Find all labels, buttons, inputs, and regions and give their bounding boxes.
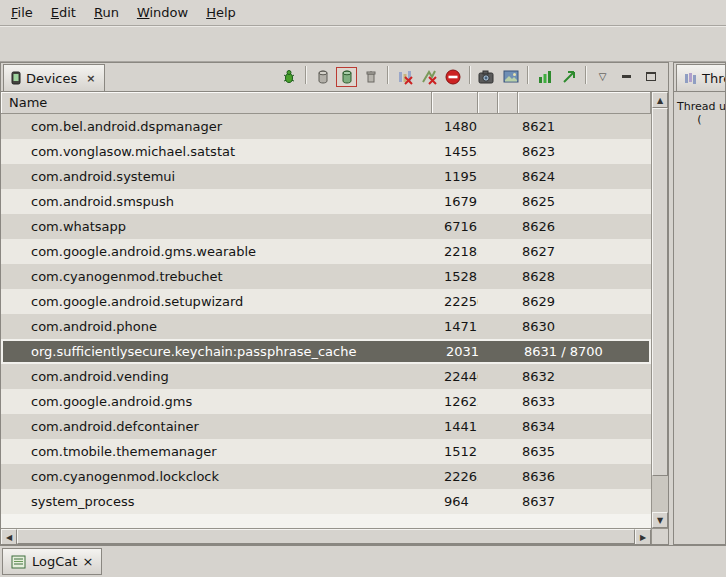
process-name: com.android.smspush <box>1 189 432 214</box>
tab-devices[interactable]: Devices × <box>3 64 105 91</box>
table-row[interactable]: com.vonglasow.michael.satstat 14553 8623 <box>1 139 651 164</box>
tab-threads[interactable]: Threads <box>676 64 726 91</box>
process-port: 8625 <box>518 189 651 214</box>
tab-logcat-label: LogCat <box>32 554 77 569</box>
process-pid: 6716 <box>432 214 478 239</box>
tab-devices-label: Devices <box>26 71 77 86</box>
process-name: com.google.android.setupwizard <box>1 289 432 314</box>
threads-icon <box>684 72 697 85</box>
process-port: 8634 <box>518 414 651 439</box>
main-toolbar <box>0 26 726 62</box>
view-menu-icon[interactable]: ▽ <box>592 67 613 87</box>
process-port: 8635 <box>518 439 651 464</box>
screen-record-icon[interactable] <box>500 67 521 87</box>
process-pid: 22265 <box>432 464 478 489</box>
column-header-pid[interactable] <box>432 92 478 113</box>
process-name: com.tmobile.thememanager <box>1 439 432 464</box>
update-heap-icon[interactable] <box>312 67 333 87</box>
column-header-3[interactable] <box>478 92 498 113</box>
close-icon[interactable]: × <box>82 554 93 569</box>
process-name: system_process <box>1 489 432 514</box>
menu-file[interactable]: File <box>2 0 42 25</box>
device-icon <box>11 71 21 85</box>
process-name: com.android.systemui <box>1 164 432 189</box>
table-row[interactable]: com.google.android.gms 12623 8633 <box>1 389 651 414</box>
horizontal-scroll-thumb[interactable] <box>17 529 635 544</box>
process-port: 8623 <box>518 139 651 164</box>
stop-process-icon[interactable] <box>442 67 463 87</box>
menu-help[interactable]: Help <box>197 0 245 25</box>
screen-capture-icon[interactable] <box>476 67 497 87</box>
process-pid: 1528 <box>432 264 478 289</box>
minimize-icon[interactable] <box>616 67 637 87</box>
table-row[interactable]: com.bel.android.dspmanager 1480 8621 <box>1 114 651 139</box>
bottom-tab-bar: LogCat × <box>0 545 726 577</box>
vertical-scroll-track[interactable] <box>652 476 668 512</box>
process-port: 8624 <box>518 164 651 189</box>
menu-run[interactable]: Run <box>85 0 128 25</box>
process-name: com.cyanogenmod.lockclock <box>1 464 432 489</box>
update-threads-icon[interactable] <box>394 67 415 87</box>
table-row[interactable]: com.android.defcontainer 14411 8634 <box>1 414 651 439</box>
devices-table: Name com.bel.android.dspmanager 1480 862… <box>1 92 668 544</box>
scrollbar-corner <box>651 528 668 544</box>
process-pid: 1679 <box>432 189 478 214</box>
process-port: 8632 <box>518 364 651 389</box>
table-row[interactable]: com.android.smspush 1679 8625 <box>1 189 651 214</box>
heap-updates-icon[interactable] <box>534 67 555 87</box>
process-name: com.google.android.gms <box>1 389 432 414</box>
menu-edit[interactable]: Edit <box>42 0 85 25</box>
tab-threads-label: Threads <box>702 71 726 86</box>
process-name: com.vonglasow.michael.satstat <box>1 139 432 164</box>
tab-logcat[interactable]: LogCat × <box>2 548 102 575</box>
scroll-up-icon[interactable]: ▲ <box>652 92 668 108</box>
process-name: com.cyanogenmod.trebuchet <box>1 264 432 289</box>
thread-updates-icon[interactable] <box>558 67 579 87</box>
process-pid: 22250 <box>432 289 478 314</box>
threads-message-line2: ( <box>674 113 725 126</box>
maximize-icon[interactable] <box>640 67 661 87</box>
table-row[interactable]: com.google.android.gms.wearable 22185 86… <box>1 239 651 264</box>
process-port: 8631 / 8700 <box>520 341 649 362</box>
table-row[interactable]: com.android.vending 22440 8632 <box>1 364 651 389</box>
menu-bar: FileEditRunWindowHelp <box>0 0 726 26</box>
vertical-scroll-thumb[interactable] <box>652 108 668 476</box>
table-row[interactable]: com.whatsapp 6716 8626 <box>1 214 651 239</box>
process-port: 8627 <box>518 239 651 264</box>
process-port: 8628 <box>518 264 651 289</box>
process-pid: 964 <box>432 489 478 514</box>
table-row[interactable]: com.android.phone 1471 8630 <box>1 314 651 339</box>
start-method-profiling-icon[interactable] <box>418 67 439 87</box>
cause-gc-icon[interactable] <box>360 67 381 87</box>
menu-window[interactable]: Window <box>128 0 197 25</box>
close-icon[interactable]: × <box>84 72 97 85</box>
column-header-port[interactable] <box>518 92 651 113</box>
process-name: org.sufficientlysecure.keychain:passphra… <box>3 341 434 362</box>
table-row[interactable]: org.sufficientlysecure.keychain:passphra… <box>1 339 651 364</box>
devices-view: Devices × <box>0 62 669 545</box>
debug-process-icon[interactable] <box>278 67 299 87</box>
process-port: 8637 <box>518 489 651 514</box>
table-row[interactable]: com.cyanogenmod.trebuchet 1528 8628 <box>1 264 651 289</box>
scroll-right-icon[interactable]: ▶ <box>635 529 651 544</box>
threads-message-line1: Thread up <box>674 92 725 113</box>
vertical-scrollbar[interactable]: ▲ ▼ <box>651 92 668 528</box>
column-header-4[interactable] <box>498 92 518 113</box>
toolbar-separator <box>305 66 306 84</box>
process-name: com.bel.android.dspmanager <box>1 114 432 139</box>
process-name: com.android.defcontainer <box>1 414 432 439</box>
dump-hprof-icon[interactable] <box>336 67 357 87</box>
scroll-down-icon[interactable]: ▼ <box>652 512 668 528</box>
scroll-left-icon[interactable]: ◀ <box>1 529 17 544</box>
horizontal-scrollbar[interactable]: ◀ ▶ <box>1 528 651 544</box>
table-row[interactable]: com.google.android.setupwizard 22250 862… <box>1 289 651 314</box>
process-name: com.android.vending <box>1 364 432 389</box>
column-header-name[interactable]: Name <box>1 92 432 113</box>
table-row[interactable]: com.tmobile.thememanager 1512 8635 <box>1 439 651 464</box>
process-name: com.android.phone <box>1 314 432 339</box>
table-row[interactable]: system_process 964 8637 <box>1 489 651 514</box>
table-row[interactable]: com.cyanogenmod.lockclock 22265 8636 <box>1 464 651 489</box>
table-row[interactable]: com.android.systemui 1195 8624 <box>1 164 651 189</box>
toolbar-separator <box>387 66 388 84</box>
process-pid: 14553 <box>432 139 478 164</box>
